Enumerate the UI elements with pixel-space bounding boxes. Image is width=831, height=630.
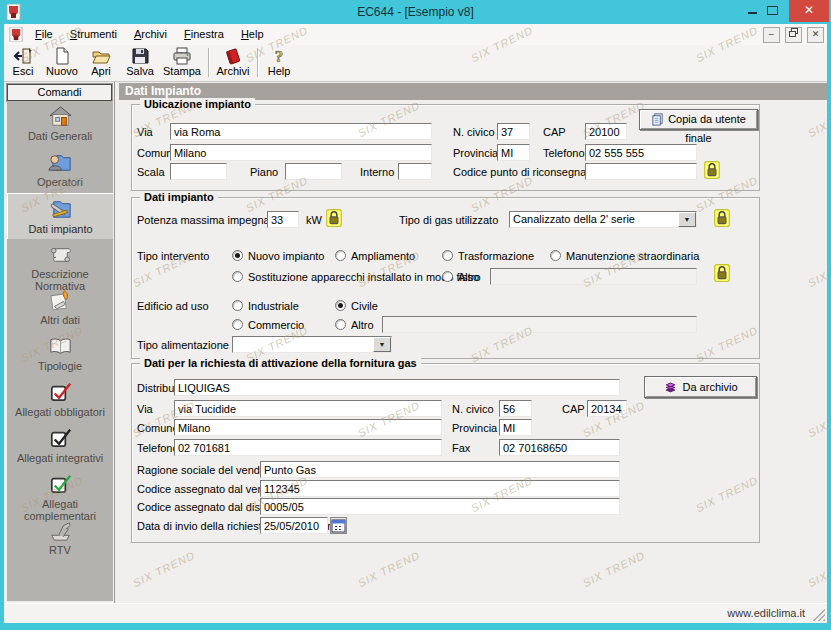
- radio-label[interactable]: Industriale: [248, 300, 299, 312]
- new-button[interactable]: Nuovo: [42, 46, 82, 79]
- cap-input[interactable]: [587, 400, 627, 417]
- civico-label: N. civico: [453, 126, 495, 138]
- telefono-input[interactable]: [585, 144, 697, 161]
- black-check-icon: [47, 425, 74, 452]
- radio-label[interactable]: Nuovo impianto: [248, 250, 324, 262]
- radio-trasformazione[interactable]: [442, 250, 453, 261]
- sidebar-item-allegati-complementari[interactable]: Allegati complementari: [7, 469, 113, 515]
- menu-help[interactable]: Help: [234, 24, 271, 45]
- mdi-restore-button[interactable]: [785, 27, 802, 43]
- piano-input[interactable]: [285, 163, 342, 180]
- provincia-input[interactable]: [499, 419, 532, 436]
- sidebar-item-tipologie[interactable]: Tipologie: [7, 331, 113, 377]
- fax-input[interactable]: [499, 439, 620, 456]
- calendar-icon[interactable]: [330, 517, 347, 534]
- civico-input[interactable]: [497, 123, 530, 140]
- gas-type-select[interactable]: Canalizzato della 2' serie ▼: [509, 211, 697, 228]
- edificio-altro-input[interactable]: [382, 316, 697, 333]
- telefono-input[interactable]: [174, 439, 442, 456]
- book-icon: [47, 333, 74, 360]
- scala-input[interactable]: [170, 163, 227, 180]
- padlock-icon[interactable]: [714, 264, 732, 282]
- radio-label[interactable]: Altro: [351, 319, 374, 331]
- codice-venditore-input[interactable]: [260, 480, 620, 497]
- radio-nuovo-impianto[interactable]: [232, 250, 243, 261]
- radio-label[interactable]: Manutenzione straordinaria: [566, 250, 699, 262]
- radio-label[interactable]: Trasformazione: [458, 250, 534, 262]
- civico-label: N. civico: [452, 403, 494, 415]
- radio-label[interactable]: Civile: [351, 300, 378, 312]
- radio-label[interactable]: Ampliamento: [351, 250, 415, 262]
- sidebar-item-altri-dati[interactable]: Altri dati: [7, 285, 113, 331]
- edilclima-link[interactable]: www.edilclima.it: [727, 607, 805, 619]
- comune-input[interactable]: [174, 419, 442, 436]
- padlock-icon[interactable]: [704, 161, 722, 179]
- radio-label[interactable]: Commercio: [248, 319, 304, 331]
- cap-label: CAP: [562, 403, 585, 415]
- provincia-input[interactable]: [497, 144, 530, 161]
- operators-icon: [47, 149, 74, 176]
- mdi-close-button[interactable]: ✕: [807, 27, 824, 43]
- resize-grip[interactable]: [813, 609, 825, 621]
- close-button[interactable]: ✕: [789, 0, 829, 22]
- copy-from-end-user-button[interactable]: Copia da utente finale: [639, 109, 758, 130]
- potenza-unit: kW: [306, 214, 322, 226]
- print-button[interactable]: Stampa: [160, 46, 204, 79]
- radio-sostituzione-apparecchi[interactable]: [232, 271, 243, 282]
- intervento-altro-input[interactable]: [490, 268, 697, 285]
- via-input[interactable]: [174, 400, 442, 417]
- interno-input[interactable]: [398, 163, 432, 180]
- sidebar-item-allegati-integrativi[interactable]: Allegati integrativi: [7, 423, 113, 469]
- radio-manutenzione-straordinaria[interactable]: [550, 250, 561, 261]
- document-icon: [9, 27, 24, 42]
- codice-distributore-input[interactable]: [260, 498, 620, 515]
- radio-civile[interactable]: [335, 300, 346, 311]
- save-button[interactable]: Salva: [122, 46, 158, 79]
- group-title: Dati per la richiesta di attivazione del…: [140, 357, 421, 369]
- padlock-icon[interactable]: [714, 209, 732, 227]
- exit-button[interactable]: Esci: [6, 46, 40, 79]
- radio-edificio-altro[interactable]: [335, 319, 346, 330]
- radio-ampliamento[interactable]: [335, 250, 346, 261]
- commands-header-button[interactable]: Comandi: [7, 84, 112, 101]
- via-input[interactable]: [170, 123, 432, 140]
- from-archive-button[interactable]: Da archivio: [644, 376, 757, 398]
- minimize-button[interactable]: [744, 4, 760, 18]
- potenza-input[interactable]: [267, 211, 299, 228]
- red-check-icon: [47, 379, 74, 406]
- alimentazione-select[interactable]: ▼: [232, 336, 392, 353]
- application-window: EC644 - [Esempio v8] ✕ File Strumenti Ar…: [0, 0, 831, 630]
- radio-intervento-altro[interactable]: [442, 271, 453, 282]
- radio-commercio[interactable]: [232, 319, 243, 330]
- archives-icon: [223, 47, 243, 65]
- padlock-icon[interactable]: [326, 209, 344, 227]
- mdi-minimize-button[interactable]: –: [763, 27, 780, 43]
- sidebar-item-dati-impianto[interactable]: Dati impianto: [7, 193, 113, 239]
- sidebar-item-rtv[interactable]: RTV: [7, 515, 113, 561]
- sidebar-item-operatori[interactable]: Operatori: [7, 147, 113, 193]
- menu-finestra[interactable]: Finestra: [177, 24, 231, 45]
- radio-label[interactable]: Altro: [458, 271, 481, 283]
- comune-input[interactable]: [170, 144, 432, 161]
- archives-button[interactable]: Archivi: [212, 46, 254, 79]
- cap-input[interactable]: [585, 123, 627, 140]
- riconsegna-input[interactable]: [585, 163, 697, 180]
- toolbar: Esci Nuovo Apri Salva Stampa Archivi ? H…: [4, 45, 827, 82]
- sidebar-item-dati-generali[interactable]: Dati Generali: [7, 101, 113, 147]
- sidebar-item-allegati-obbligatori[interactable]: Allegati obbligatori: [7, 377, 113, 423]
- open-button[interactable]: Apri: [84, 46, 118, 79]
- sidebar-item-descrizione-normativa[interactable]: Descrizione Normativa: [7, 239, 113, 285]
- venditore-input[interactable]: [260, 461, 620, 478]
- help-button[interactable]: ? Help: [261, 46, 297, 79]
- distributore-input[interactable]: [174, 379, 620, 396]
- edificio-label: Edificio ad uso: [137, 300, 209, 312]
- maximize-button[interactable]: [764, 4, 780, 18]
- chevron-down-icon[interactable]: ▼: [373, 337, 391, 352]
- menu-strumenti[interactable]: Strumenti: [63, 24, 124, 45]
- menu-archivi[interactable]: Archivi: [127, 24, 174, 45]
- menu-file[interactable]: File: [28, 24, 60, 45]
- radio-industriale[interactable]: [232, 300, 243, 311]
- data-invio-input[interactable]: [260, 517, 328, 534]
- civico-input[interactable]: [499, 400, 532, 417]
- chevron-down-icon[interactable]: ▼: [678, 212, 696, 227]
